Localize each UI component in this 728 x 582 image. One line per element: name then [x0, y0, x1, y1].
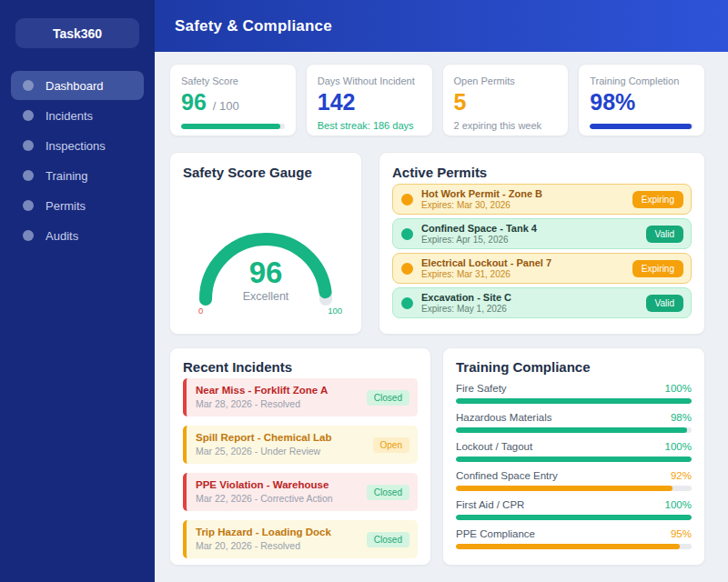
stat-card-training-completion: Training Completion 98%	[578, 64, 705, 136]
permit-expiry: Expires: May 1, 2026	[421, 304, 646, 316]
incident-meta: Mar 22, 2026 - Corrective Action	[196, 493, 367, 506]
sidebar-item[interactable]: Incidents	[11, 101, 144, 130]
stat-label: Open Permits	[454, 75, 558, 86]
sidebar-item-label: Dashboard	[46, 79, 104, 93]
stat-label: Safety Score	[181, 75, 285, 86]
stat-progress-fill	[590, 124, 691, 129]
stat-suffix: / 100	[213, 99, 239, 113]
incident-info: PPE Violation - Warehouse Mar 22, 2026 -…	[196, 478, 367, 505]
sidebar: Task360 Dashboard Incidents Inspections	[0, 0, 155, 582]
stat-card-safety-score: Safety Score 96 / 100	[169, 64, 297, 136]
incident-info: Near Miss - Forklift Zone A Mar 28, 2026…	[196, 384, 367, 410]
training-progress-track	[456, 486, 692, 491]
permit-item[interactable]: Excavation - Site C Expires: May 1, 2026…	[392, 287, 692, 318]
permit-item[interactable]: Confined Space - Tank 4 Expires: Apr 15,…	[392, 218, 692, 249]
sidebar-item[interactable]: Permits	[11, 191, 144, 220]
training-progress-track	[456, 515, 692, 520]
training-head: Fire Safety 100%	[456, 383, 692, 394]
app-root: Task360 Dashboard Incidents Inspections	[0, 0, 728, 582]
incident-name: Spill Report - Chemical Lab	[196, 431, 373, 446]
incident-item[interactable]: Trip Hazard - Loading Dock Mar 20, 2026 …	[183, 520, 418, 558]
active-permits-card: Active Permits Hot Work Permit - Zone B …	[379, 152, 705, 335]
training-progress-fill	[456, 457, 692, 462]
training-percent: 100%	[665, 383, 692, 394]
stat-progress-fill	[181, 124, 280, 129]
incident-item[interactable]: Near Miss - Forklift Zone A Mar 28, 2026…	[183, 378, 418, 416]
incident-name: Trip Hazard - Loading Dock	[196, 526, 367, 540]
gauge-min: 0	[198, 306, 203, 316]
training-row: Fire Safety 100%	[456, 383, 692, 404]
training-progress-fill	[456, 486, 672, 491]
stat-label: Training Completion	[590, 75, 693, 86]
training-row: Hazardous Materials 98%	[456, 412, 692, 433]
sidebar-item[interactable]: Audits	[11, 221, 144, 250]
gauge-label: Excellent	[188, 290, 343, 303]
safety-score-gauge: 96 Excellent 0 100	[188, 222, 343, 315]
sidebar-item[interactable]: Dashboard	[11, 71, 144, 100]
gauge-max: 100	[328, 306, 342, 316]
sidebar-item-label: Audits	[46, 229, 78, 243]
incident-item[interactable]: PPE Violation - Warehouse Mar 22, 2026 -…	[183, 473, 418, 511]
training-percent: 92%	[671, 470, 692, 481]
stat-progress-track	[590, 124, 693, 129]
sidebar-item-label: Training	[46, 169, 87, 183]
permit-status-badge: Valid	[646, 295, 684, 312]
permit-info: Excavation - Site C Expires: May 1, 2026	[421, 291, 646, 316]
nav-dot-icon	[23, 200, 34, 211]
training-list: Fire Safety 100% Hazardous Materials 98%	[456, 383, 692, 549]
incident-status-badge: Closed	[367, 485, 410, 500]
permit-expiry: Expires: Apr 15, 2026	[421, 235, 646, 246]
permit-name: Electrical Lockout - Panel 7	[421, 256, 632, 269]
incident-list: Near Miss - Forklift Zone A Mar 28, 2026…	[183, 378, 418, 558]
stat-value: 98%	[590, 89, 693, 115]
training-progress-track	[456, 398, 692, 404]
bottom-row: Recent Incidents Near Miss - Forklift Zo…	[169, 347, 705, 566]
permit-info: Electrical Lockout - Panel 7 Expires: Ma…	[421, 256, 632, 281]
permit-item[interactable]: Electrical Lockout - Panel 7 Expires: Ma…	[392, 253, 692, 284]
training-progress-track	[456, 427, 692, 433]
incident-name: Near Miss - Forklift Zone A	[196, 384, 367, 398]
training-progress-fill	[456, 398, 692, 404]
sidebar-item[interactable]: Inspections	[11, 131, 144, 160]
training-label: Hazardous Materials	[456, 412, 551, 423]
training-progress-track	[456, 457, 692, 462]
incident-status-badge: Closed	[367, 390, 410, 406]
incident-info: Trip Hazard - Loading Dock Mar 20, 2026 …	[196, 526, 367, 552]
permit-status-badge: Valid	[646, 226, 684, 243]
training-label: Lockout / Tagout	[456, 441, 532, 452]
training-label: First Aid / CPR	[456, 499, 524, 510]
main-content: Safety Score 96 / 100 Days Without Incid…	[155, 52, 728, 582]
nav-dot-icon	[23, 230, 34, 241]
training-head: PPE Compliance 95%	[456, 528, 692, 539]
nav-dot-icon	[23, 80, 34, 91]
training-head: Hazardous Materials 98%	[456, 412, 692, 423]
training-row: PPE Compliance 95%	[456, 528, 692, 549]
training-label: Fire Safety	[456, 383, 507, 394]
training-compliance-card: Training Compliance Fire Safety 100%	[442, 347, 705, 566]
middle-row: Safety Score Gauge 96 Excellent 0 100 Ac…	[169, 152, 705, 335]
permit-status-badge: Expiring	[632, 260, 683, 277]
sidebar-item-label: Permits	[46, 199, 86, 213]
incident-meta: Mar 20, 2026 - Resolved	[196, 540, 367, 553]
stat-progress-track	[181, 124, 285, 129]
training-label: PPE Compliance	[456, 528, 535, 539]
permit-item[interactable]: Hot Work Permit - Zone B Expires: Mar 30…	[392, 184, 692, 215]
training-percent: 98%	[671, 412, 692, 423]
permit-status-dot-icon	[401, 228, 413, 240]
stat-value: 5	[454, 89, 558, 115]
permit-info: Confined Space - Tank 4 Expires: Apr 15,…	[421, 222, 646, 246]
incident-status-badge: Closed	[367, 532, 410, 547]
training-card-title: Training Compliance	[456, 359, 692, 375]
permit-name: Excavation - Site C	[421, 291, 646, 304]
stat-sub: 2 expiring this week	[454, 120, 558, 131]
gauge-card: Safety Score Gauge 96 Excellent 0 100	[169, 152, 362, 335]
permit-status-badge: Expiring	[632, 191, 683, 208]
training-progress-track	[456, 544, 692, 549]
sidebar-item[interactable]: Training	[11, 161, 144, 190]
page-title: Safety & Compliance	[175, 17, 332, 35]
app-logo: Task360	[15, 18, 139, 48]
incident-name: PPE Violation - Warehouse	[196, 478, 367, 493]
permit-name: Hot Work Permit - Zone B	[421, 187, 632, 200]
stat-value: 96 / 100	[181, 89, 285, 115]
incident-item[interactable]: Spill Report - Chemical Lab Mar 25, 2026…	[183, 426, 418, 464]
